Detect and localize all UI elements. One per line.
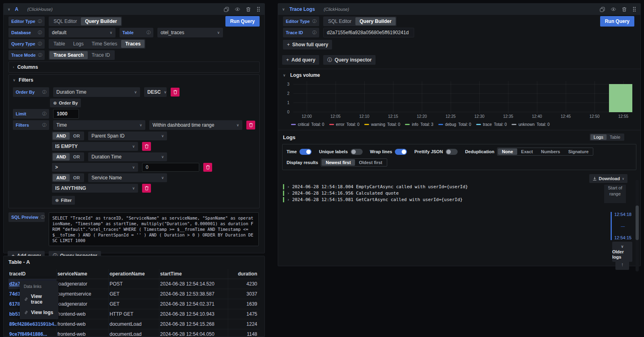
log-level-indicator xyxy=(283,197,284,202)
eye-icon[interactable] xyxy=(235,7,240,12)
condition-operator-select[interactable]: IS EMPTY∨ xyxy=(52,142,138,151)
panel-collapse-icon[interactable]: ∨ xyxy=(8,7,12,11)
editor-type-query-builder[interactable]: Query Builder xyxy=(81,17,121,25)
dedup-signature[interactable]: Signature xyxy=(564,148,593,155)
order-by-field-select[interactable]: Duration Time∨ xyxy=(53,87,140,97)
condition-field-select[interactable]: Duration Time∨ xyxy=(88,152,167,161)
dedup-none[interactable]: None xyxy=(498,148,517,155)
display-newest-first[interactable]: Newest first xyxy=(322,159,355,166)
unique-labels-toggle[interactable]: Unique labels xyxy=(319,149,363,155)
display-oldest-first[interactable]: Oldest first xyxy=(355,159,386,166)
prettify-json-toggle[interactable]: Prettify JSON xyxy=(414,149,458,155)
eye-icon[interactable] xyxy=(611,7,616,12)
bool-or[interactable]: OR xyxy=(70,174,84,181)
log-row[interactable]: › 2024-06-28 12:54:18.004 EmptyCartAsync… xyxy=(283,184,468,189)
add-filter-button[interactable]: ⊕Filter xyxy=(52,196,75,205)
scroll-to-top-button[interactable]: ↑ xyxy=(615,259,629,270)
trash-icon[interactable] xyxy=(622,7,627,12)
legend-item-warning[interactable]: warningTotal: 0 xyxy=(364,122,400,127)
run-query-button[interactable]: Run Query xyxy=(225,16,260,27)
remove-condition-button[interactable] xyxy=(203,163,212,172)
scrollbar-thumb[interactable] xyxy=(636,205,639,240)
expand-log-icon[interactable]: › xyxy=(287,184,290,189)
expand-log-icon[interactable]: › xyxy=(287,197,290,202)
dedup-exact[interactable]: Exact xyxy=(517,148,537,155)
logs-view-logs[interactable]: Logs xyxy=(590,134,607,140)
wrap-lines-toggle[interactable]: Wrap lines xyxy=(370,149,407,155)
dedup-numbers[interactable]: Numbers xyxy=(537,148,564,155)
remove-filter-button[interactable] xyxy=(246,121,255,129)
table-select[interactable]: otel_traces∨ xyxy=(157,28,223,37)
filter-operator-select[interactable]: Within dashboard time range∨ xyxy=(149,120,242,130)
drag-handle-icon[interactable] xyxy=(632,6,636,12)
col-header-traceid[interactable]: traceID xyxy=(8,269,57,279)
filter-field-select[interactable]: Time∨ xyxy=(53,120,145,130)
view-trace-link[interactable]: View trace xyxy=(20,291,58,307)
condition-operator-select[interactable]: >∨ xyxy=(52,163,138,172)
log-row[interactable]: › 2024-06-28 12:54:16.956 Calculated quo… xyxy=(283,190,399,196)
trace-id-input[interactable]: d2a7155ef6a928a05680e5ff6190241d xyxy=(323,28,414,37)
remove-order-by-button[interactable] xyxy=(171,88,180,97)
query-type-time-series[interactable]: Time Series xyxy=(88,40,122,48)
log-row[interactable]: › 2024-06-28 12:54:15.081 GetCartAsync c… xyxy=(283,197,462,202)
download-button[interactable]: Download ∨ xyxy=(589,174,627,183)
legend-item-debug[interactable]: debugTotal: 0 xyxy=(438,122,471,127)
duplicate-icon[interactable] xyxy=(600,7,605,12)
legend-item-trace[interactable]: traceTotal: 0 xyxy=(476,122,507,127)
query-inspector-button[interactable]: ⓘQuery inspector xyxy=(323,55,376,65)
drag-handle-icon[interactable] xyxy=(256,6,260,12)
chevron-down-icon[interactable]: ∨ xyxy=(283,73,287,77)
add-query-button[interactable]: +Add query xyxy=(282,55,319,65)
run-query-button[interactable]: Run Query xyxy=(600,16,634,27)
time-toggle[interactable]: Time xyxy=(287,149,312,155)
table-a-panel: Table - A traceID serviceName operationN… xyxy=(3,256,265,337)
condition-field-select[interactable]: Service Name∨ xyxy=(88,173,167,182)
columns-section[interactable]: ›Columns xyxy=(8,62,260,73)
col-header-operationname[interactable]: operationName xyxy=(109,269,159,279)
bool-or[interactable]: OR xyxy=(70,153,84,160)
add-order-by-button[interactable]: ⊕Order By xyxy=(50,99,81,107)
panel-title[interactable]: Trace Logs xyxy=(289,6,315,12)
bool-and[interactable]: AND xyxy=(53,132,70,140)
database-select[interactable]: default∨ xyxy=(49,28,116,37)
legend-item-critical[interactable]: criticalTotal: 0 xyxy=(291,122,324,127)
filters-section-header[interactable]: ∨Filters xyxy=(13,77,255,83)
trace-id-link[interactable]: 9ce7f84941886... xyxy=(9,331,47,337)
col-header-servicename[interactable]: serviceName xyxy=(57,269,109,279)
bool-and[interactable]: AND xyxy=(53,153,70,160)
remove-condition-button[interactable] xyxy=(142,184,151,193)
query-type-table[interactable]: Table xyxy=(50,40,69,48)
trace-mode-trace-id[interactable]: Trace ID xyxy=(88,51,114,59)
legend-item-error[interactable]: errorTotal: 0 xyxy=(329,122,359,127)
editor-type-sql-editor[interactable]: SQL Editor xyxy=(324,17,355,25)
logs-view-table[interactable]: Table xyxy=(607,134,623,140)
duplicate-icon[interactable] xyxy=(224,7,229,12)
logs-scrollbar[interactable] xyxy=(636,180,639,271)
order-by-direction-select[interactable]: DESC∨ xyxy=(144,87,167,97)
trash-icon[interactable] xyxy=(246,7,251,12)
logs-volume-title[interactable]: Logs volume xyxy=(290,72,320,78)
condition-field-select[interactable]: Parent Span ID∨ xyxy=(88,132,167,140)
editor-type-query-builder[interactable]: Query Builder xyxy=(355,17,395,25)
condition-operator-select[interactable]: IS ANYTHING∨ xyxy=(52,184,138,193)
col-header-starttime[interactable]: startTime xyxy=(159,269,228,279)
older-logs-button[interactable]: ∨ Older logs xyxy=(612,242,632,262)
limit-input[interactable]: 1000 xyxy=(53,109,79,119)
editor-type-sql-editor[interactable]: SQL Editor xyxy=(50,17,81,25)
panel-title[interactable]: A xyxy=(15,6,19,12)
query-type-traces[interactable]: Traces xyxy=(121,40,144,48)
expand-log-icon[interactable]: › xyxy=(287,191,290,196)
panel-collapse-icon[interactable]: ∨ xyxy=(282,7,286,11)
show-full-query-button[interactable]: +Show full query xyxy=(283,40,332,49)
legend-item-info[interactable]: infoTotal: 3 xyxy=(405,122,433,127)
remove-condition-button[interactable] xyxy=(142,142,151,151)
view-logs-link[interactable]: View logs xyxy=(20,307,58,318)
legend-item-unknown[interactable]: unknownTotal: 0 xyxy=(512,122,549,127)
query-type-logs[interactable]: Logs xyxy=(69,40,88,48)
trace-mode-trace-search[interactable]: Trace Search xyxy=(50,51,88,59)
bool-or[interactable]: OR xyxy=(70,132,84,140)
bool-and[interactable]: AND xyxy=(53,174,70,181)
condition-value-input[interactable]: 0 xyxy=(142,163,199,172)
trace-id-link[interactable]: 89cf4286e631591b4... xyxy=(9,321,57,327)
col-header-duration[interactable]: duration xyxy=(228,269,260,279)
